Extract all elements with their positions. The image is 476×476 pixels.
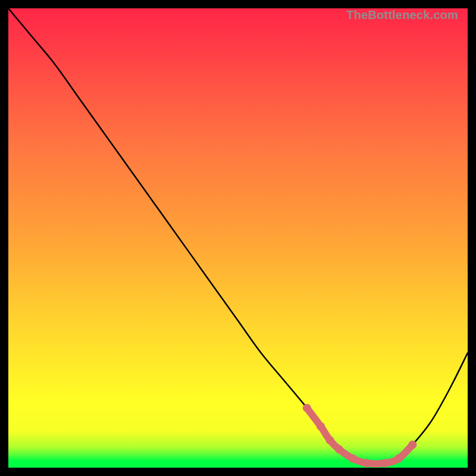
highlight-dot: [408, 440, 416, 449]
bottleneck-curve: [8, 8, 468, 464]
highlight-dot: [335, 445, 343, 453]
plot-area: TheBottleneck.com: [8, 8, 468, 468]
curve-layer: [8, 8, 468, 468]
highlight-dot: [325, 436, 334, 444]
highlight-dot: [362, 459, 371, 467]
highlight-dot: [394, 455, 403, 463]
highlight-dot: [349, 455, 357, 463]
attribution-label: TheBottleneck.com: [346, 8, 458, 22]
highlight-dot: [303, 404, 311, 412]
highlight-dot: [317, 422, 325, 431]
chart-frame: TheBottleneck.com: [0, 0, 476, 476]
highlight-dot: [381, 459, 389, 467]
